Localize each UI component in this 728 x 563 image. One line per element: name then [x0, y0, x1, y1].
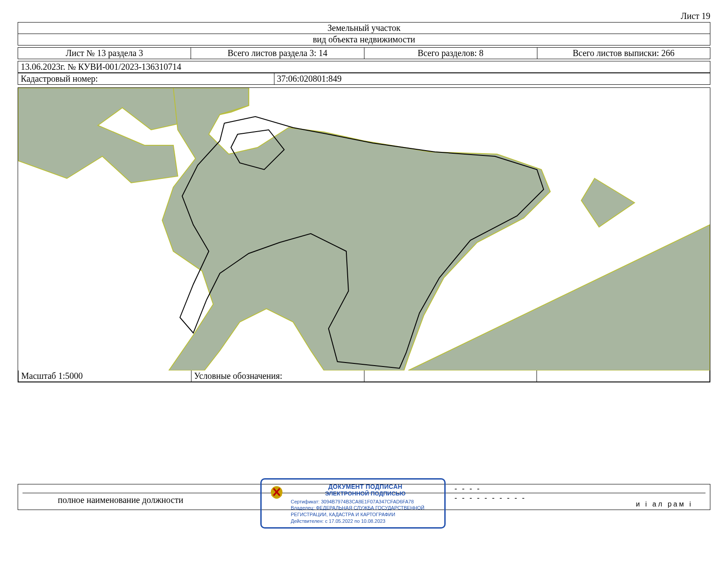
right-faint-text: и і ал рам і [636, 500, 693, 508]
cadastral-map [18, 88, 710, 370]
doc-title: Земельный участок [18, 23, 710, 34]
coat-of-arms-icon [267, 483, 286, 503]
stamp-cert: Сертификат: 3094B7974B3CA8E1F07A347CFAD6… [291, 499, 440, 505]
document-reference: 13.06.2023г. № КУВИ-001/2023-136310714 [18, 61, 710, 73]
dashed-marks: - - - - - - - - - - - - - - [454, 484, 526, 503]
meta-total-sections: Всего разделов: 8 [364, 48, 537, 59]
stamp-title-1: ДОКУМЕНТ ПОДПИСАН [291, 483, 440, 490]
ref-line-table: 13.06.2023г. № КУВИ-001/2023-136310714 [18, 61, 710, 73]
digital-signature-stamp: ДОКУМЕНТ ПОДПИСАН ЭЛЕКТРОННОЙ ПОДПИСЬЮ С… [260, 478, 446, 529]
map-legend-label: Условные обозначения: [191, 370, 364, 382]
stamp-title-2: ЭЛЕКТРОННОЙ ПОДПИСЬЮ [291, 490, 440, 497]
doc-subtitle: вид объекта недвижимости [18, 34, 710, 45]
map-legend-cell-1 [364, 370, 537, 382]
kadastr-table: Кадастровый номер: 37:06:020801:849 [18, 73, 710, 85]
stamp-valid: Действителен: с 17.05.2022 по 10.08.2023 [291, 518, 440, 525]
map-container: Масштаб 1:5000 Условные обозначения: [18, 87, 710, 382]
kadastr-value: 37:06:020801:849 [274, 73, 710, 85]
map-scale: Масштаб 1:5000 [19, 370, 191, 382]
map-footer-row: Масштаб 1:5000 Условные обозначения: [18, 370, 710, 382]
meta-total-sheets: Всего листов выписки: 266 [537, 48, 710, 59]
sheet-number: Лист 19 [18, 11, 710, 21]
stamp-owner: Владелец: ФЕДЕРАЛЬНАЯ СЛУЖБА ГОСУДАРСТВЕ… [291, 505, 440, 518]
header-table: Земельный участок вид объекта недвижимос… [18, 22, 710, 45]
meta-sheet-of-section: Лист № 13 раздела 3 [18, 48, 191, 59]
map-legend-cell-2 [537, 370, 710, 382]
meta-row-table: Лист № 13 раздела 3 Всего листов раздела… [18, 47, 710, 59]
meta-section-sheets: Всего листов раздела 3: 14 [191, 48, 364, 59]
kadastr-label: Кадастровый номер: [18, 73, 274, 85]
